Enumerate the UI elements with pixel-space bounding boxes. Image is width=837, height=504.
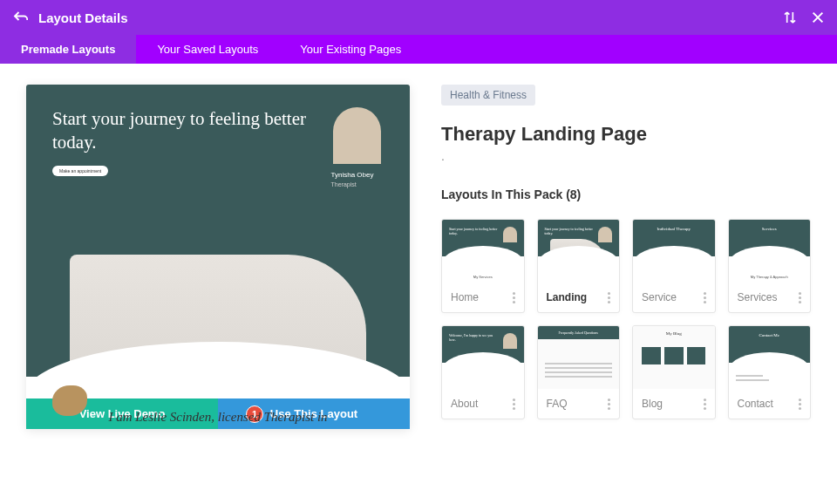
pack-title: Layouts In This Pack (8) — [441, 187, 811, 201]
more-icon[interactable] — [704, 398, 706, 410]
layout-card-blog[interactable]: My Blog Blog — [632, 325, 716, 419]
layout-card-services[interactable]: Services My Therapy & Approach Services — [728, 219, 812, 313]
card-label: Landing — [547, 291, 609, 303]
close-icon[interactable] — [811, 10, 825, 24]
layout-card-service[interactable]: Individual Therapy Service — [632, 219, 716, 313]
back-icon[interactable] — [12, 10, 28, 25]
card-label: Blog — [642, 398, 704, 410]
more-icon[interactable] — [799, 398, 801, 410]
hero-title: Start your journey to feeling better tod… — [52, 107, 314, 155]
person-name: Tynisha Obey — [331, 171, 384, 179]
more-icon[interactable] — [513, 398, 515, 410]
header-title: Layout Details — [38, 10, 783, 25]
more-icon[interactable] — [704, 292, 706, 303]
details-column: Health & Fitness Therapy Landing Page . … — [441, 85, 811, 429]
card-label: About — [451, 398, 513, 410]
more-icon[interactable] — [799, 292, 801, 303]
card-label: FAQ — [547, 398, 609, 410]
person-role: Therapist — [331, 181, 384, 187]
page-title: Therapy Landing Page — [441, 123, 811, 146]
tabs-bar: Premade Layouts Your Saved Layouts Your … — [0, 35, 837, 64]
appointment-pill: Make an appointment — [52, 166, 108, 176]
tab-existing-pages[interactable]: Your Existing Pages — [279, 35, 422, 64]
layout-card-about[interactable]: Welcome, I'm happy to see you here. Abou… — [441, 325, 525, 419]
card-label: Contact — [738, 398, 800, 410]
more-icon[interactable] — [608, 398, 610, 410]
layouts-grid: Start your journey to feeling better tod… — [441, 219, 811, 419]
sort-icon[interactable] — [783, 10, 797, 24]
more-icon[interactable] — [513, 292, 515, 303]
card-label: Home — [451, 291, 513, 303]
tab-saved-layouts[interactable]: Your Saved Layouts — [136, 35, 279, 64]
layout-card-faq[interactable]: Frequently Asked Questions FAQ — [537, 325, 621, 419]
card-label: Service — [642, 291, 704, 303]
desc-dot: . — [441, 149, 811, 163]
tab-premade-layouts[interactable]: Premade Layouts — [0, 35, 136, 64]
layout-card-contact[interactable]: Contact Me Contact — [728, 325, 812, 419]
preview-column: Start your journey to feeling better tod… — [26, 85, 410, 429]
layout-card-home[interactable]: Start your journey to feeling better tod… — [441, 219, 525, 313]
category-tag[interactable]: Health & Fitness — [441, 85, 535, 106]
card-label: Services — [738, 291, 800, 303]
subtitle: I am Leslie Scinden, licensed Therapist … — [26, 410, 410, 425]
person-photo — [333, 107, 381, 164]
more-icon[interactable] — [608, 292, 610, 303]
layout-card-landing[interactable]: Start your journey to feeling better tod… — [537, 219, 621, 313]
layout-preview: Start your journey to feeling better tod… — [26, 85, 410, 429]
